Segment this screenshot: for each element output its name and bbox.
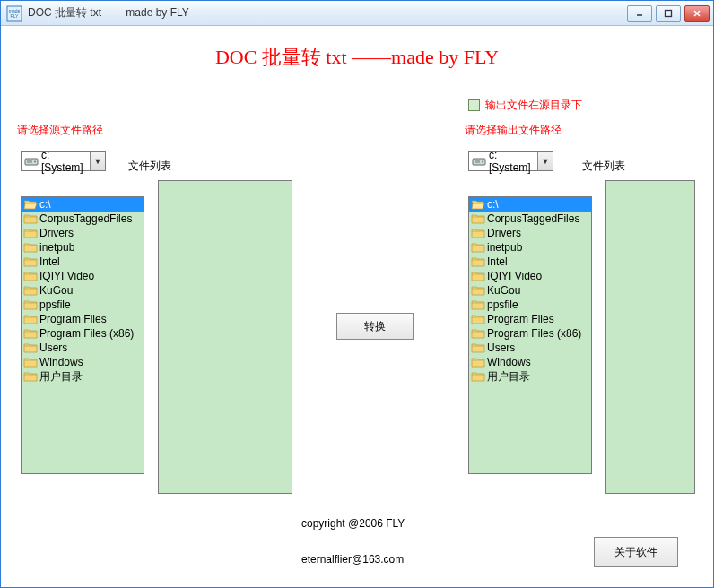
svg-point-9 (34, 161, 36, 163)
folder-icon (23, 342, 38, 354)
folder-item[interactable]: 用户目录 (469, 369, 591, 384)
folder-icon (23, 370, 38, 383)
folder-item[interactable]: CorpusTaggedFiles (22, 212, 144, 226)
dest-filelist-label: 文件列表 (582, 159, 625, 174)
convert-button[interactable]: 转换 (336, 313, 414, 340)
app-window: made FLY DOC 批量转 txt ——made by FLY DOC 批… (0, 0, 714, 588)
dest-drive-select[interactable]: c: [System] ▼ (468, 151, 553, 171)
dest-file-list[interactable] (605, 180, 695, 494)
folder-label: 用户目录 (39, 369, 83, 385)
folder-item[interactable]: Program Files (x86) (469, 326, 591, 341)
folder-icon (23, 298, 38, 311)
folder-label: Drivers (487, 227, 521, 239)
copyright-text: copyright @2006 FLY (301, 517, 405, 530)
folder-item[interactable]: Users (469, 341, 591, 355)
folder-item[interactable]: inetpub (469, 240, 591, 255)
folder-item[interactable]: CorpusTaggedFiles (469, 212, 591, 226)
output-same-dir-checkbox[interactable] (468, 99, 480, 111)
source-filelist-label: 文件列表 (128, 159, 171, 174)
close-button[interactable] (684, 5, 710, 22)
about-button[interactable]: 关于软件 (594, 537, 678, 567)
window-buttons (627, 5, 710, 22)
dest-path-label: 请选择输出文件路径 (465, 123, 562, 138)
folder-item[interactable]: KuGou (22, 283, 144, 298)
folder-item[interactable]: KuGou (469, 283, 591, 298)
folder-icon (23, 255, 38, 268)
folder-item[interactable]: Drivers (469, 226, 591, 240)
svg-rect-4 (666, 10, 672, 16)
folder-label: Windows (487, 356, 531, 368)
folder-label: Drivers (39, 227, 74, 239)
folder-item[interactable]: IQIYI Video (469, 269, 591, 283)
folder-item[interactable]: Windows (22, 355, 144, 369)
svg-text:FLY: FLY (11, 13, 19, 19)
source-file-list[interactable] (158, 180, 292, 494)
folder-icon (23, 356, 38, 368)
folder-label: KuGou (487, 284, 520, 297)
folder-icon (23, 284, 38, 297)
folder-icon (471, 298, 485, 311)
folder-item[interactable]: ppsfile (469, 298, 591, 312)
folder-icon (471, 313, 485, 325)
folder-label: Program Files (x86) (39, 327, 134, 340)
folder-icon (471, 284, 485, 297)
folder-item[interactable]: c:\ (469, 197, 591, 212)
folder-label: c:\ (39, 198, 51, 211)
drive-icon (24, 155, 39, 168)
folder-item[interactable]: Windows (469, 355, 591, 369)
folder-label: Users (39, 342, 67, 354)
folder-icon (471, 342, 485, 354)
dropdown-arrow-icon: ▼ (537, 152, 553, 170)
folder-label: IQIYI Video (39, 270, 94, 282)
maximize-button[interactable] (656, 5, 681, 22)
folder-icon (471, 227, 485, 239)
folder-label: Program Files (487, 313, 554, 325)
dest-folder-list[interactable]: c:\CorpusTaggedFilesDriversinetpubIntelI… (468, 196, 592, 474)
folder-label: Program Files (39, 313, 107, 325)
folder-icon (471, 356, 485, 368)
folder-label: c:\ (487, 198, 499, 211)
folder-icon (471, 241, 485, 254)
app-icon: made FLY (6, 5, 22, 22)
folder-item[interactable]: Program Files (469, 312, 591, 326)
folder-icon (23, 313, 38, 325)
folder-item[interactable]: IQIYI Video (22, 269, 144, 283)
window-title: DOC 批量转 txt ——made by FLY (28, 5, 627, 21)
source-folder-list[interactable]: c:\CorpusTaggedFilesDriversinetpubIntelI… (21, 196, 144, 474)
folder-label: Intel (487, 255, 508, 268)
content-area: DOC 批量转 txt ——made by FLY 输出文件在源目录下 请选择源… (1, 26, 713, 587)
folder-item[interactable]: c:\ (22, 197, 144, 212)
folder-item[interactable]: Intel (22, 255, 144, 269)
dest-drive-text: c: [System] (489, 149, 537, 174)
folder-label: Intel (39, 255, 60, 268)
folder-item[interactable]: Program Files (22, 312, 144, 326)
folder-item[interactable]: Drivers (22, 226, 144, 240)
folder-item[interactable]: 用户目录 (22, 369, 144, 384)
page-title: DOC 批量转 txt ——made by FLY (1, 44, 713, 71)
folder-label: inetpub (39, 241, 74, 254)
dropdown-arrow-icon: ▼ (90, 152, 105, 170)
folder-item[interactable]: inetpub (22, 240, 144, 255)
svg-point-12 (482, 161, 483, 163)
folder-label: ppsfile (39, 298, 71, 311)
svg-rect-8 (27, 160, 32, 163)
output-same-dir-label: 输出文件在源目录下 (485, 98, 582, 113)
folder-label: inetpub (487, 241, 522, 254)
folder-icon (23, 212, 38, 225)
folder-item[interactable]: ppsfile (22, 298, 144, 312)
source-drive-select[interactable]: c: [System] ▼ (21, 151, 106, 171)
drive-icon (472, 155, 486, 168)
folder-icon (471, 255, 485, 268)
folder-label: Program Files (x86) (487, 327, 581, 340)
source-path-label: 请选择源文件路径 (17, 123, 103, 138)
folder-item[interactable]: Intel (469, 255, 591, 269)
minimize-button[interactable] (627, 5, 652, 22)
folder-label: 用户目录 (487, 369, 530, 385)
source-drive-text: c: [System] (41, 149, 90, 174)
folder-item[interactable]: Program Files (x86) (22, 326, 144, 341)
folder-label: KuGou (39, 284, 73, 297)
folder-item[interactable]: Users (22, 341, 144, 355)
folder-icon (471, 370, 485, 383)
folder-label: IQIYI Video (487, 270, 542, 282)
folder-icon (23, 227, 38, 239)
